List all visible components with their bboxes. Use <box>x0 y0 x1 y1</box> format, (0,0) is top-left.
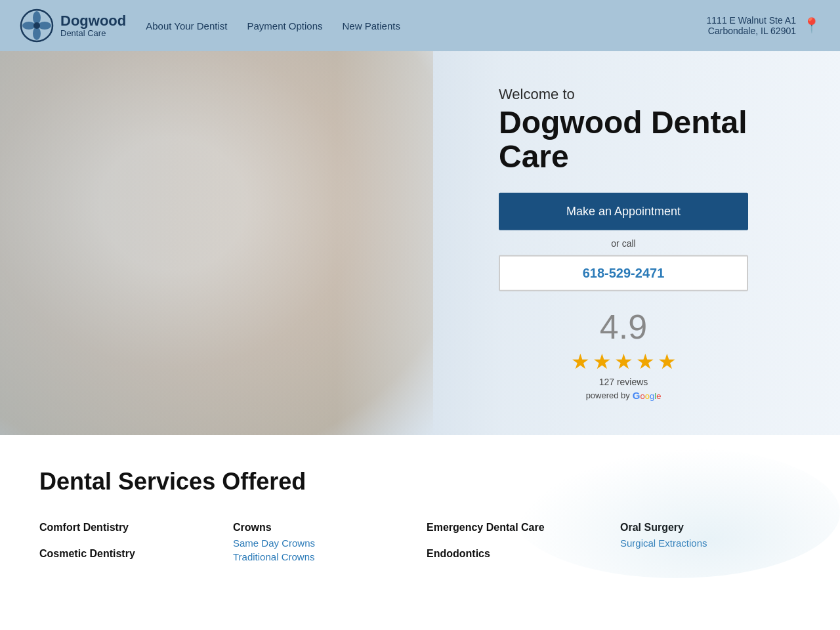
header: Dogwood Dental Care About Your Dentist P… <box>0 0 840 51</box>
phone-button[interactable]: 618-529-2471 <box>499 255 748 291</box>
services-wave-decor <box>512 447 840 578</box>
nav-payment[interactable]: Payment Options <box>247 20 322 32</box>
logo-sub: Dental Care <box>60 29 126 38</box>
nav-new-patients[interactable]: New Patients <box>343 20 400 32</box>
svg-point-5 <box>33 22 40 29</box>
or-call-text: or call <box>611 238 635 249</box>
logo-name: Dogwood <box>60 13 126 29</box>
logo-text: Dogwood Dental Care <box>60 13 126 38</box>
header-right: 1111 E Walnut Ste A1 Carbondale, IL 6290… <box>707 15 820 36</box>
services-section: Dental Services Offered Comfort Dentistr… <box>0 435 840 591</box>
hero-content: Welcome to Dogwood Dental Care Make an A… <box>499 85 748 401</box>
service-col-2: Crowns Same Day Crowns Traditional Crown… <box>233 522 413 565</box>
star-rating: ★ ★ ★ ★ ★ <box>571 349 677 374</box>
hero-section: Welcome to Dogwood Dental Care Make an A… <box>0 51 840 435</box>
welcome-text: Welcome to <box>499 85 575 102</box>
powered-by-text: powered by <box>586 390 630 400</box>
service-traditional-crowns[interactable]: Traditional Crowns <box>233 551 413 562</box>
star-5-half: ★ <box>658 349 677 374</box>
star-4: ★ <box>636 349 655 374</box>
service-same-day-crowns[interactable]: Same Day Crowns <box>233 537 413 549</box>
category-cosmetic: Cosmetic Dentistry <box>39 548 220 560</box>
category-comfort: Comfort Dentistry <box>39 522 220 534</box>
rating-number: 4.9 <box>600 310 647 344</box>
address-line1: 1111 E Walnut Ste A1 <box>707 15 796 26</box>
logo[interactable]: Dogwood Dental Care <box>20 9 126 43</box>
dogwood-logo-icon <box>20 9 54 43</box>
services-content: Comfort Dentistry Cosmetic Dentistry Cro… <box>39 522 801 565</box>
powered-by: powered by Google <box>586 390 662 401</box>
make-appointment-button[interactable]: Make an Appointment <box>499 193 748 230</box>
category-crowns: Crowns <box>233 522 413 534</box>
nav-about[interactable]: About Your Dentist <box>146 20 227 32</box>
reviews-count: 127 reviews <box>599 377 648 387</box>
address: 1111 E Walnut Ste A1 Carbondale, IL 6290… <box>707 15 796 36</box>
star-2: ★ <box>593 349 612 374</box>
header-left: Dogwood Dental Care About Your Dentist P… <box>20 9 400 43</box>
clinic-name: Dogwood Dental Care <box>499 105 748 175</box>
star-3: ★ <box>614 349 633 374</box>
star-1: ★ <box>571 349 590 374</box>
map-pin-icon[interactable]: 📍 <box>803 17 820 34</box>
service-col-1: Comfort Dentistry Cosmetic Dentistry <box>39 522 220 565</box>
rating-area: 4.9 ★ ★ ★ ★ ★ 127 reviews powered by Goo… <box>499 310 748 401</box>
address-line2: Carbondale, IL 62901 <box>707 26 796 36</box>
google-logo: Google <box>633 390 662 401</box>
main-nav: About Your Dentist Payment Options New P… <box>146 20 400 32</box>
